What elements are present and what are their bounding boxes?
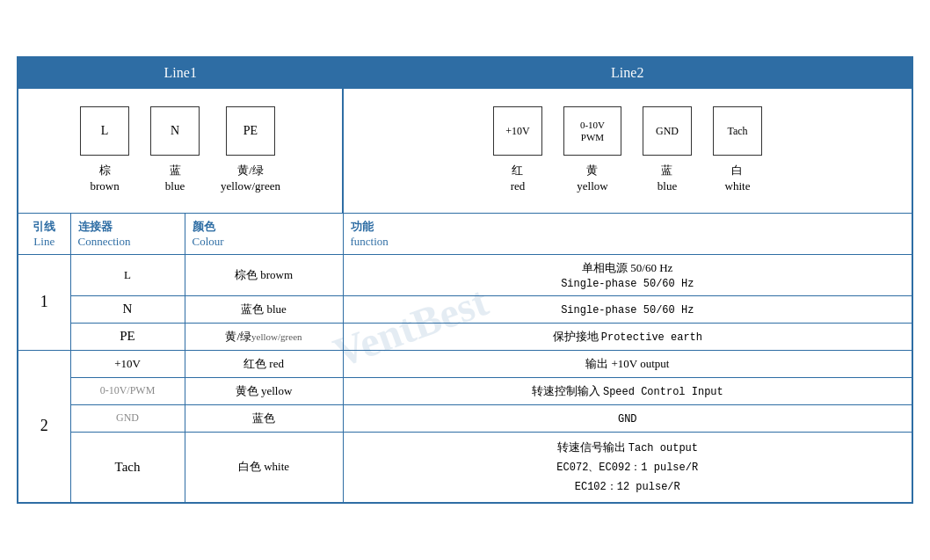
connector-pwm-label: 黄yellow [577, 163, 607, 194]
colour-10v: 红色 red [185, 350, 343, 377]
colour-PE: 黄/绿yellow/green [185, 323, 343, 350]
conn-10v: +10V [70, 350, 185, 377]
connector-tach-label: 白white [725, 163, 751, 194]
col-function-zh: 功能 [351, 220, 374, 233]
connector-gnd-box: GND [643, 106, 692, 156]
line-number-2: 2 [18, 350, 70, 503]
connector-tach-box: Tach [713, 106, 762, 156]
conn-PE: PE [70, 323, 185, 350]
connector-10v-label: 红red [511, 163, 526, 194]
col-connection-zh: 连接器 [78, 220, 113, 233]
line2-connectors: +10V 红red 0-10VPWM 黄yellow GND 蓝blue T [358, 106, 897, 194]
connector-PE-label: 黄/绿yellow/green [221, 163, 280, 194]
conn-L: L [70, 254, 185, 295]
line1-connectors: L 棕brown N 蓝blue PE 黄/绿yellow/green [33, 106, 328, 194]
line-number-1: 1 [18, 254, 70, 350]
connector-PE-box: PE [226, 106, 275, 156]
connector-gnd: GND 蓝blue [643, 106, 692, 194]
col-line: 引线 Line [18, 213, 70, 254]
func-L: 单相电源 50/60 HzSingle-phase 50/60 Hz [343, 254, 912, 295]
col-colour-zh: 颜色 [193, 220, 215, 233]
func-gnd-row: GND [343, 404, 912, 432]
connector-N-label: 蓝blue [165, 163, 185, 194]
table-row: Tach 白色 white 转速信号输出 Tach output EC072、E… [18, 432, 912, 503]
connector-L-box: L [80, 106, 129, 156]
conn-gnd-row: GND [70, 404, 185, 432]
connector-N: N 蓝blue [150, 106, 200, 194]
colour-gnd-row: 蓝色 [185, 404, 343, 432]
table-row: 2 +10V 红色 red 输出 +10V output [18, 350, 912, 377]
connector-N-box: N [150, 106, 200, 156]
table-row: N 蓝色 blue Single-phase 50/60 Hz [18, 295, 912, 323]
colour-N: 蓝色 blue [185, 295, 343, 323]
func-10v: 输出 +10V output [343, 350, 912, 377]
func-N: Single-phase 50/60 Hz [343, 295, 912, 323]
conn-pwm: 0-10V/PWM [70, 377, 185, 404]
col-connection: 连接器 Connection [70, 213, 185, 254]
connector-tach: Tach 白white [713, 106, 762, 194]
col-colour: 颜色 Colour [185, 213, 343, 254]
line2-header: Line2 [343, 57, 912, 89]
connector-L: L 棕brown [80, 106, 129, 194]
col-colour-en: Colour [193, 235, 224, 248]
colour-pwm: 黄色 yellow [185, 377, 343, 404]
table-row: 1 L 棕色 browm 单相电源 50/60 HzSingle-phase 5… [18, 254, 912, 295]
connector-gnd-label: 蓝blue [658, 163, 677, 194]
line1-header: Line1 [18, 57, 343, 89]
table-row: GND 蓝色 GND [18, 404, 912, 432]
colour-tach-row: 白色 white [185, 432, 343, 503]
connector-PE: PE 黄/绿yellow/green [221, 106, 280, 194]
func-pwm: 转速控制输入 Speed Control Input [343, 377, 912, 404]
col-line-zh: 引线 [33, 220, 55, 233]
connector-10v-box: +10V [493, 106, 542, 156]
connector-L-label: 棕brown [90, 163, 119, 194]
connector-pwm-box: 0-10VPWM [563, 106, 621, 156]
colour-L: 棕色 browm [185, 254, 343, 295]
table-row: PE 黄/绿yellow/green 保护接地 Protective earth [18, 323, 912, 350]
connector-10v: +10V 红red [493, 106, 542, 194]
col-line-en: Line [33, 235, 54, 248]
col-function: 功能 function [343, 213, 912, 254]
func-tach-row: 转速信号输出 Tach output EC072、EC092：1 pulse/R… [343, 432, 912, 503]
connector-pwm: 0-10VPWM 黄yellow [563, 106, 621, 194]
col-function-en: function [351, 235, 389, 248]
table-row: 0-10V/PWM 黄色 yellow 转速控制输入 Speed Control… [18, 377, 912, 404]
col-connection-en: Connection [78, 235, 131, 248]
conn-N: N [70, 295, 185, 323]
func-PE: 保护接地 Protective earth [343, 323, 912, 350]
conn-tach-row: Tach [70, 432, 185, 503]
